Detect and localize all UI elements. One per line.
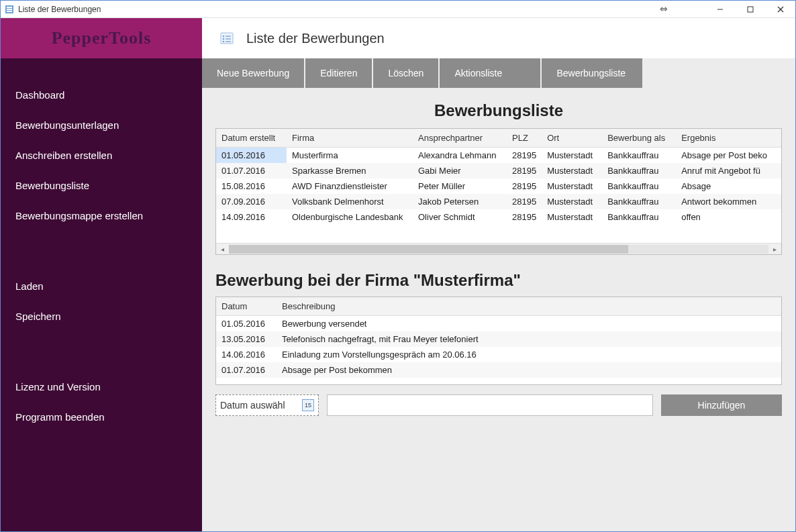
col-bewerbung-als[interactable]: Bewerbung als [602, 129, 676, 148]
cell[interactable]: Sparkasse Bremen [287, 163, 413, 178]
svg-point-11 [223, 38, 225, 40]
cell[interactable]: 28195 [507, 178, 542, 194]
cell[interactable]: Absage per Post beko [676, 148, 781, 164]
table-row[interactable]: 14.06.2016Einladung zum Vorstellungsgesp… [216, 347, 781, 362]
cell[interactable]: Bankkauffrau [602, 163, 676, 178]
cell[interactable]: Musterstadt [542, 163, 602, 178]
cell[interactable]: Volksbank Delmenhorst [287, 194, 413, 209]
description-input[interactable] [327, 394, 653, 416]
sidebar-item-bewerbungsliste[interactable]: Bewerbungsliste [1, 170, 202, 201]
toolbar-neue-bewerbung[interactable]: Neue Bewerbung [202, 58, 304, 88]
close-button[interactable] [765, 1, 795, 18]
cell[interactable]: Musterstadt [542, 178, 602, 194]
cell[interactable]: 28195 [507, 194, 542, 209]
table-header-row: Datum Beschreibung [216, 297, 781, 316]
cell[interactable]: Musterstadt [542, 148, 602, 164]
cell[interactable]: Musterfirma [287, 148, 413, 164]
minimize-button[interactable] [705, 1, 735, 18]
sidebar-item-lizenz[interactable]: Lizenz und Version [1, 372, 202, 402]
sidebar-item-beenden[interactable]: Programm beenden [1, 402, 202, 432]
table-row[interactable]: 01.07.2016Absage per Post bekommen [216, 362, 781, 378]
cell[interactable]: AWD Finanzdienstleister [287, 178, 413, 194]
cell[interactable]: Antwort bekommen [676, 194, 781, 209]
page-header: Liste der Bewerbungen [202, 18, 795, 58]
cell[interactable]: 15.08.2016 [216, 178, 287, 194]
applications-grid[interactable]: Datum erstellt Firma Ansprechpartner PLZ… [215, 128, 782, 255]
cell[interactable]: Oldenburgische Landesbank [287, 209, 413, 225]
svg-rect-5 [748, 7, 753, 12]
add-button[interactable]: Hinzufügen [661, 394, 782, 416]
cell[interactable]: 28195 [507, 209, 542, 225]
col-detail-datum[interactable]: Datum [216, 297, 277, 316]
cell[interactable]: 07.09.2016 [216, 194, 287, 209]
table-row[interactable]: 01.05.2016Bewerbung versendet [216, 316, 781, 332]
sidebar-item-dashboard[interactable]: Dashboard [1, 80, 202, 110]
scroll-left-icon[interactable]: ◂ [217, 244, 228, 254]
sidebar-item-bewerbungsmappe-erstellen[interactable]: Bewerbungsmappe erstellen [1, 201, 202, 231]
table-row[interactable]: 15.08.2016AWD FinanzdienstleisterPeter M… [216, 178, 781, 194]
cell[interactable]: Musterstadt [542, 209, 602, 225]
table-row[interactable]: 01.05.2016MusterfirmaAlexandra Lehmann28… [216, 148, 781, 164]
sidebar-item-laden[interactable]: Laden [1, 271, 202, 301]
cell[interactable]: Absage [676, 178, 781, 194]
cell[interactable]: 01.05.2016 [216, 316, 277, 332]
cell[interactable]: Bankkauffrau [602, 148, 676, 164]
cell[interactable]: Alexandra Lehmann [413, 148, 507, 164]
col-plz[interactable]: PLZ [507, 129, 542, 148]
sidebar-item-speichern[interactable]: Speichern [1, 301, 202, 331]
cell[interactable]: 14.06.2016 [216, 347, 277, 362]
calendar-icon[interactable]: 15 [302, 399, 314, 411]
col-firma[interactable]: Firma [287, 129, 413, 148]
cell[interactable]: Einladung zum Vorstellungsgespräch am 20… [277, 347, 781, 362]
cell[interactable]: Bankkauffrau [602, 178, 676, 194]
actions-grid[interactable]: Datum Beschreibung 01.05.2016Bewerbung v… [215, 297, 782, 385]
scroll-right-icon[interactable]: ▸ [770, 244, 780, 254]
cell[interactable]: 28195 [507, 163, 542, 178]
col-ergebnis[interactable]: Ergebnis [676, 129, 781, 148]
cell[interactable]: Bewerbung versendet [277, 316, 781, 332]
table-row[interactable]: 01.07.2016Sparkasse BremenGabi Meier2819… [216, 163, 781, 178]
scroll-track[interactable] [229, 245, 768, 254]
cell[interactable]: 14.09.2016 [216, 209, 287, 225]
svg-rect-3 [7, 11, 12, 12]
cell[interactable]: Oliver Schmidt [413, 209, 507, 225]
table-row[interactable]: 13.05.2016Telefonisch nachgefragt, mit F… [216, 331, 781, 347]
col-ort[interactable]: Ort [542, 129, 602, 148]
toolbar-aktionsliste[interactable]: Aktionsliste [440, 58, 540, 88]
cell[interactable]: 01.05.2016 [216, 148, 287, 164]
table-row[interactable]: 07.09.2016Volksbank DelmenhorstJakob Pet… [216, 194, 781, 209]
cell[interactable]: Absage per Post bekommen [277, 362, 781, 378]
date-picker-placeholder: Datum auswähl [220, 400, 285, 411]
cell[interactable]: Anruf mit Angebot fü [676, 163, 781, 178]
toolbar-bewerbungsliste[interactable]: Bewerbungsliste [542, 58, 642, 88]
cell[interactable]: 28195 [507, 148, 542, 164]
list-icon [218, 30, 236, 47]
col-datum[interactable]: Datum erstellt [216, 129, 287, 148]
col-ansprechpartner[interactable]: Ansprechpartner [413, 129, 507, 148]
titlebar: Liste der Bewerbungen ⇔ [1, 1, 795, 18]
add-action-row: Datum auswähl 15 Hinzufügen [215, 394, 782, 416]
date-picker[interactable]: Datum auswähl 15 [215, 394, 319, 416]
page-title: Liste der Bewerbungen [246, 31, 385, 46]
scroll-thumb[interactable] [229, 245, 628, 254]
cell[interactable]: Bankkauffrau [602, 194, 676, 209]
table-row[interactable]: 14.09.2016Oldenburgische LandesbankOlive… [216, 209, 781, 225]
maximize-button[interactable] [735, 1, 765, 18]
cell[interactable]: 01.07.2016 [216, 163, 287, 178]
cell[interactable]: 01.07.2016 [216, 362, 277, 378]
cell[interactable]: Jakob Petersen [413, 194, 507, 209]
horizontal-scrollbar[interactable]: ◂ ▸ [216, 243, 781, 254]
svg-rect-12 [226, 38, 231, 40]
cell[interactable]: offen [676, 209, 781, 225]
cell[interactable]: Musterstadt [542, 194, 602, 209]
cell[interactable]: 13.05.2016 [216, 331, 277, 347]
toolbar-editieren[interactable]: Editieren [305, 58, 372, 88]
sidebar-item-bewerbungsunterlagen[interactable]: Bewerbungsunterlagen [1, 110, 202, 140]
cell[interactable]: Gabi Meier [413, 163, 507, 178]
sidebar-item-anschreiben-erstellen[interactable]: Anschreiben erstellen [1, 140, 202, 170]
cell[interactable]: Bankkauffrau [602, 209, 676, 225]
cell[interactable]: Telefonisch nachgefragt, mit Frau Meyer … [277, 331, 781, 347]
col-detail-beschreibung[interactable]: Beschreibung [277, 297, 781, 316]
cell[interactable]: Peter Müller [413, 178, 507, 194]
toolbar-loeschen[interactable]: Löschen [373, 58, 438, 88]
